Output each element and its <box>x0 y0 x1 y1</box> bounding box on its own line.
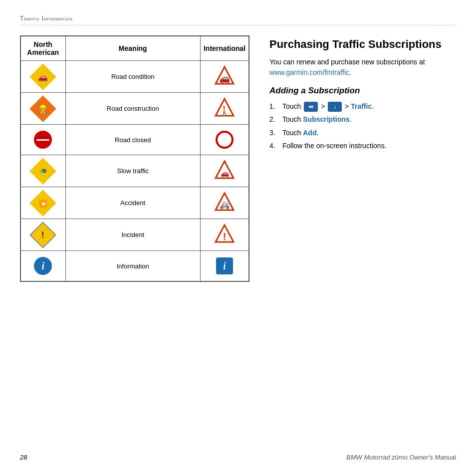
table-row: 🚗 Road condition 🚗 <box>20 61 249 93</box>
step-4: 4. Follow the on-screen instructions. <box>269 140 456 151</box>
table-row: 👷 Road construction 🚶 <box>20 93 249 125</box>
page-footer: 28 BMW Motorrad zümo Owner's Manual <box>20 454 456 461</box>
step-num-3: 3. <box>269 127 279 138</box>
col-meaning: Meaning <box>65 36 200 61</box>
na-icon-incident: ! <box>20 219 65 251</box>
subsection-title: Adding a Subscription <box>269 86 456 96</box>
header-title: Traffic Information <box>20 15 73 22</box>
add-label: Add <box>303 129 316 137</box>
intl-icon-accident: 🚑 <box>200 187 249 219</box>
step-num-2: 2. <box>269 114 279 125</box>
step-1: 1. Touch ⇔ > ↓ > Traffic. <box>269 101 456 112</box>
na-icon-road-closed <box>20 125 65 155</box>
na-icon-road-construction: 👷 <box>20 93 65 125</box>
traffic-icons-table: North American Meaning International 🚗 <box>20 35 249 282</box>
table-row: 🐢 Slow traffic 🚗 <box>20 155 249 187</box>
meaning-slow-traffic: Slow traffic <box>65 155 200 187</box>
col-international: International <box>200 36 249 61</box>
table-row: i Information i <box>20 251 249 282</box>
step-2: 2. Touch Subscriptions. <box>269 114 456 125</box>
col-north-american: North American <box>20 36 65 61</box>
na-icon-slow-traffic: 🐢 <box>20 155 65 187</box>
content-area: North American Meaning International 🚗 <box>20 35 456 282</box>
intl-icon-road-construction: 🚶 <box>200 93 249 125</box>
meaning-incident: Incident <box>65 219 200 251</box>
step-num-1: 1. <box>269 101 279 112</box>
meaning-road-construction: Road construction <box>65 93 200 125</box>
section-title: Purchasing Traffic Subscriptions <box>269 37 456 52</box>
table-row: ! Incident ! <box>20 219 249 251</box>
na-icon-information: i <box>20 251 65 282</box>
nav-button-icon: ↓ <box>328 102 342 112</box>
step-4-text: Follow the on-screen instructions. <box>282 140 387 151</box>
left-section: North American Meaning International 🚗 <box>20 35 249 282</box>
meaning-information: Information <box>65 251 200 282</box>
page-number: 28 <box>20 454 27 461</box>
body-text-1: You can renew and purchase new subscript… <box>269 58 425 66</box>
traffic-label: Traffic <box>351 102 372 110</box>
intl-icon-road-closed <box>200 125 249 155</box>
step-num-4: 4. <box>269 140 279 151</box>
page-header: Traffic Information <box>20 15 456 25</box>
na-icon-road-condition: 🚗 <box>20 61 65 93</box>
table-row: Road closed <box>20 125 249 155</box>
section-body: You can renew and purchase new subscript… <box>269 57 456 78</box>
svg-text:🚗: 🚗 <box>220 169 229 178</box>
garmin-link[interactable]: www.garmin.com/fmtraffic <box>269 68 349 76</box>
svg-text:🚶: 🚶 <box>220 106 230 115</box>
body-text-2: . <box>349 68 351 76</box>
na-icon-accident: 💥 <box>20 187 65 219</box>
step-3: 3. Touch Add. <box>269 127 456 138</box>
intl-icon-slow-traffic: 🚗 <box>200 155 249 187</box>
step-1-text: Touch ⇔ > ↓ > Traffic. <box>282 101 374 112</box>
subscriptions-label: Subscriptions <box>303 115 349 123</box>
svg-text:!: ! <box>223 231 227 242</box>
manual-title: BMW Motorrad zümo Owner's Manual <box>346 454 456 461</box>
step-2-text: Touch Subscriptions. <box>282 114 352 125</box>
settings-button-icon: ⇔ <box>304 102 318 112</box>
steps-list: 1. Touch ⇔ > ↓ > Traffic. 2. Touch Subsc… <box>269 101 456 152</box>
intl-icon-information: i <box>200 251 249 282</box>
right-section: Purchasing Traffic Subscriptions You can… <box>269 35 456 282</box>
meaning-accident: Accident <box>65 187 200 219</box>
meaning-road-condition: Road condition <box>65 61 200 93</box>
meaning-road-closed: Road closed <box>65 125 200 155</box>
table-row: 💥 Accident 🚑 <box>20 187 249 219</box>
step-3-text: Touch Add. <box>282 127 318 138</box>
intl-icon-road-condition: 🚗 <box>200 61 249 93</box>
svg-text:🚗: 🚗 <box>219 73 231 84</box>
intl-icon-incident: ! <box>200 219 249 251</box>
svg-text:🚑: 🚑 <box>220 200 230 210</box>
